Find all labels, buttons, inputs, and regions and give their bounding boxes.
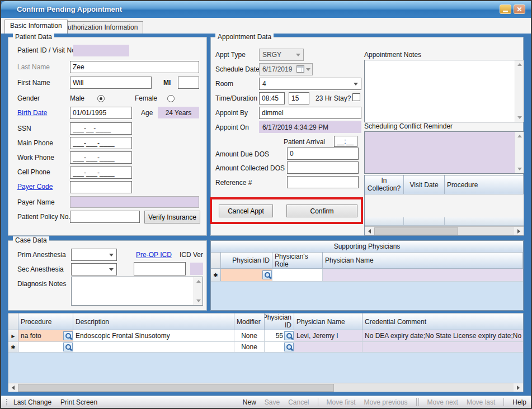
help-button[interactable]: Help	[512, 398, 526, 406]
amount-due-input[interactable]	[287, 148, 359, 160]
column-header-physician-name[interactable]: Physician Name	[323, 253, 523, 268]
appointment-notes-textarea[interactable]	[364, 60, 524, 122]
work-phone-input[interactable]	[70, 151, 132, 164]
column-header-procedure[interactable]: Procedure	[18, 313, 73, 330]
close-button[interactable]: ✕	[514, 4, 525, 14]
payer-code-input[interactable]	[70, 181, 132, 193]
hr23-checkbox[interactable]	[352, 93, 360, 101]
scrollbar-thumb[interactable]	[374, 227, 458, 235]
verify-insurance-button[interactable]: Verify Insurance	[144, 211, 200, 223]
physician-id-cell[interactable]: 55	[265, 330, 294, 341]
column-header-credential-comment[interactable]: Credential Comment	[362, 313, 523, 330]
scroll-up-icon[interactable]	[196, 280, 201, 283]
column-header-modifier[interactable]: Modifier	[234, 313, 265, 330]
procedure-row[interactable]: ► na foto Endoscopic Frontal Sinusotomy …	[8, 330, 523, 342]
move-next-button[interactable]: Move next	[427, 398, 458, 406]
procedure-cell[interactable]: na foto	[18, 330, 73, 341]
modifier-cell[interactable]: None	[234, 342, 265, 352]
preop-icd-input[interactable]	[134, 262, 186, 275]
column-header-procedure[interactable]: Procedure	[445, 175, 524, 194]
minimize-button[interactable]	[500, 4, 511, 14]
physician-name-cell[interactable]	[294, 342, 362, 352]
column-header-visit-date[interactable]: Visit Date	[404, 175, 445, 194]
scroll-right-icon[interactable]	[514, 227, 524, 235]
scroll-up-icon[interactable]	[517, 63, 522, 66]
procedure-cell[interactable]	[18, 342, 73, 352]
cell-phone-input[interactable]	[70, 167, 132, 179]
cancel-appt-button[interactable]: Cancel Appt	[219, 204, 273, 217]
cancel-button[interactable]: Cancel	[288, 398, 309, 406]
diagnosis-scrollbar[interactable]	[194, 277, 203, 305]
search-icon[interactable]	[284, 343, 294, 351]
procedure-new-row[interactable]: ✱ None	[8, 342, 523, 353]
time-input[interactable]	[259, 92, 285, 104]
duration-input[interactable]	[289, 92, 309, 104]
search-icon[interactable]	[284, 331, 294, 340]
conflict-scrollbar[interactable]	[515, 132, 524, 173]
last-change-button[interactable]: Last Change	[13, 398, 51, 406]
column-header-physician-role[interactable]: Physician's Role	[272, 253, 323, 268]
tab-basic-information[interactable]: Basic Information	[4, 20, 68, 34]
last-name-input[interactable]	[70, 61, 199, 73]
ssn-input[interactable]	[70, 122, 132, 135]
search-icon[interactable]	[63, 343, 73, 351]
notes-scrollbar[interactable]	[515, 60, 524, 122]
description-cell[interactable]	[73, 342, 234, 352]
description-cell[interactable]: Endoscopic Frontal Sinusotomy	[73, 330, 234, 341]
search-icon[interactable]	[262, 270, 272, 279]
prim-anesthesia-select[interactable]	[71, 249, 117, 261]
policy-input[interactable]	[70, 211, 140, 223]
column-header-physician-id[interactable]: Physician ID	[265, 313, 294, 330]
diagnosis-notes-textarea[interactable]	[71, 277, 203, 306]
preop-icd-link[interactable]: Pre-OP ICD	[136, 251, 172, 259]
tab-authorization-information[interactable]: Authorization Information	[58, 21, 143, 34]
column-header-physician-id[interactable]: Physician ID	[221, 253, 272, 268]
modifier-cell[interactable]: None	[234, 330, 265, 341]
supporting-grid-new-row[interactable]: ✱	[211, 269, 523, 282]
room-select[interactable]: 4	[259, 78, 361, 90]
procedures-grid-hscrollbar[interactable]	[8, 383, 523, 392]
physician-name-cell[interactable]: Levi, Jeremy I	[294, 330, 362, 341]
mi-input[interactable]	[178, 77, 199, 89]
column-header-in-collection[interactable]: In Collection?	[365, 175, 404, 194]
scroll-up-icon[interactable]	[517, 135, 522, 137]
male-radio[interactable]	[97, 95, 105, 102]
main-phone-input[interactable]	[70, 137, 132, 149]
scrollbar-thumb[interactable]	[18, 384, 334, 392]
birth-date-link[interactable]: Birth Date	[17, 109, 47, 117]
patient-arrival-input[interactable]	[334, 136, 357, 147]
scroll-down-icon[interactable]	[196, 299, 201, 302]
first-name-input[interactable]	[70, 77, 152, 89]
appt-type-label: Appt Type	[215, 51, 246, 59]
scroll-down-icon[interactable]	[517, 116, 522, 119]
scroll-down-icon[interactable]	[517, 168, 522, 170]
schedule-date-picker[interactable]: 6/17/2019	[259, 63, 313, 75]
scroll-left-icon[interactable]	[8, 383, 18, 392]
print-screen-button[interactable]: Print Screen	[60, 398, 97, 406]
column-header-physician-name[interactable]: Physician Name	[294, 313, 362, 330]
scroll-right-icon[interactable]	[514, 383, 523, 392]
physician-id-cell[interactable]	[265, 342, 294, 352]
sec-anesthesia-select[interactable]	[71, 263, 117, 275]
confirm-button[interactable]: Confirm	[286, 204, 357, 217]
collection-grid-hscrollbar[interactable]	[365, 226, 524, 235]
payer-code-link[interactable]: Payer Code	[17, 183, 53, 191]
search-icon[interactable]	[63, 331, 73, 340]
move-first-button[interactable]: Move first	[327, 398, 356, 406]
amount-collected-input[interactable]	[287, 161, 359, 174]
physician-role-cell[interactable]	[272, 269, 323, 281]
new-button[interactable]: New	[243, 398, 256, 406]
scroll-left-icon[interactable]	[365, 227, 374, 235]
reference-input[interactable]	[287, 176, 359, 188]
conflict-reminder-textarea[interactable]	[364, 131, 524, 174]
birth-date-input[interactable]	[70, 107, 132, 119]
appoint-by-input[interactable]	[259, 107, 361, 119]
female-radio[interactable]	[167, 95, 175, 102]
appointment-data-title: Appointment Data	[215, 33, 274, 41]
appt-type-select[interactable]: SRGY	[259, 49, 304, 61]
column-header-description[interactable]: Description	[73, 313, 234, 330]
physician-id-cell[interactable]	[221, 269, 272, 281]
save-button[interactable]: Save	[265, 398, 280, 406]
move-previous-button[interactable]: Move previous	[364, 398, 408, 406]
move-last-button[interactable]: Move last	[467, 398, 495, 406]
